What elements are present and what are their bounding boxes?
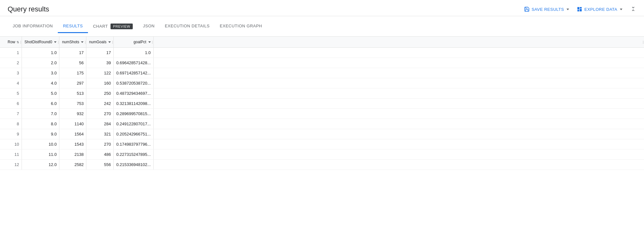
numgoals-sort-icon[interactable]	[108, 41, 111, 43]
cell-row: 10	[0, 139, 22, 149]
expand-icon	[630, 6, 636, 12]
cell-goalpct: 0.205242966751...	[114, 129, 153, 139]
cell-row: 2	[0, 58, 22, 68]
col-header-goalpct: goalPct |	[114, 37, 153, 48]
cell-empty	[153, 129, 644, 139]
cell-shotdistround0: 6.0	[22, 99, 59, 109]
cell-numshots: 56	[59, 58, 86, 68]
tab-json[interactable]: JSON	[138, 20, 160, 33]
cell-empty	[153, 58, 644, 68]
table-container: Row ⇅ | ShotDistRound0 | numShots	[0, 37, 644, 231]
cell-numshots: 2138	[59, 149, 86, 160]
tab-chart[interactable]: CHART	[93, 20, 111, 32]
tab-preview-badge[interactable]: PREVIEW	[111, 24, 133, 29]
col-resize-row[interactable]: |	[20, 37, 22, 47]
explore-data-icon	[577, 6, 582, 12]
cell-shotdistround0: 8.0	[22, 119, 59, 129]
col-resize-shot[interactable]: |	[58, 37, 59, 47]
table-row: 77.09322700.289699570815...	[0, 109, 644, 119]
shotdistround0-sort-icon[interactable]	[54, 41, 57, 43]
cell-numgoals: 160	[86, 78, 114, 88]
table-row: 66.07532420.321381142098...	[0, 99, 644, 109]
cell-empty	[153, 139, 644, 149]
cell-empty	[153, 88, 644, 99]
cell-numgoals: 556	[86, 160, 114, 170]
explore-data-label: EXPLORE DATA	[584, 7, 617, 12]
save-results-icon	[524, 6, 530, 12]
page-header: Query results SAVE RESULTS EXPLORE DATA	[0, 0, 644, 16]
table-header-row: Row ⇅ | ShotDistRound0 | numShots	[0, 37, 644, 48]
cell-row: 6	[0, 99, 22, 109]
table-row: 99.015643210.205242966751...	[0, 129, 644, 139]
tab-job-information[interactable]: JOB INFORMATION	[8, 20, 58, 33]
col-resize-numshots[interactable]: |	[85, 37, 86, 47]
cell-goalpct: 0.174983797796...	[114, 139, 153, 149]
row-sort-icon: ⇅	[17, 40, 19, 44]
col-resize-numgoals[interactable]: |	[112, 37, 113, 47]
cell-shotdistround0: 7.0	[22, 109, 59, 119]
cell-empty	[153, 119, 644, 129]
cell-shotdistround0: 10.0	[22, 139, 59, 149]
cell-row: 9	[0, 129, 22, 139]
cell-empty	[153, 149, 644, 160]
cell-goalpct: 1.0	[114, 48, 153, 58]
goalpct-sort-icon[interactable]	[148, 41, 151, 43]
table-row: 22.056390.696428571428...	[0, 58, 644, 68]
explore-data-button[interactable]: EXPLORE DATA	[577, 6, 622, 12]
cell-numshots: 17	[59, 48, 86, 58]
table-row: 1010.015432700.174983797796...	[0, 139, 644, 149]
cell-empty	[153, 160, 644, 170]
save-results-button[interactable]: SAVE RESULTS	[524, 6, 569, 12]
cell-numshots: 2582	[59, 160, 86, 170]
tab-execution-details[interactable]: EXECUTION DETAILS	[160, 20, 215, 33]
cell-shotdistround0: 5.0	[22, 88, 59, 99]
cell-shotdistround0: 12.0	[22, 160, 59, 170]
table-row: 11.017171.0	[0, 48, 644, 58]
results-table: Row ⇅ | ShotDistRound0 | numShots	[0, 37, 644, 170]
tab-bar: JOB INFORMATION RESULTS CHART PREVIEW JS…	[0, 16, 644, 37]
tab-execution-graph[interactable]: EXECUTION GRAPH	[215, 20, 267, 33]
cell-shotdistround0: 2.0	[22, 58, 59, 68]
cell-row: 4	[0, 78, 22, 88]
col-header-numgoals: numGoals |	[86, 37, 114, 48]
numshots-sort-icon[interactable]	[81, 41, 84, 43]
cell-numshots: 1543	[59, 139, 86, 149]
cell-numgoals: 270	[86, 109, 114, 119]
cell-numgoals: 486	[86, 149, 114, 160]
cell-goalpct: 0.249122807017...	[114, 119, 153, 129]
cell-numshots: 175	[59, 68, 86, 78]
cell-numshots: 753	[59, 99, 86, 109]
cell-row: 3	[0, 68, 22, 78]
cell-shotdistround0: 9.0	[22, 129, 59, 139]
col-header-numshots: numShots |	[59, 37, 86, 48]
cell-shotdistround0: 4.0	[22, 78, 59, 88]
col-resize-goalpct[interactable]: |	[152, 37, 153, 47]
cell-empty	[153, 68, 644, 78]
cell-row: 12	[0, 160, 22, 170]
cell-numgoals: 284	[86, 119, 114, 129]
cell-row: 7	[0, 109, 22, 119]
cell-row: 8	[0, 119, 22, 129]
cell-numgoals: 39	[86, 58, 114, 68]
cell-goalpct: 0.215336948102...	[114, 160, 153, 170]
table-row: 44.02971600.538720538720...	[0, 78, 644, 88]
cell-row: 11	[0, 149, 22, 160]
table-row: 55.05132500.487329434697...	[0, 88, 644, 99]
cell-goalpct: 0.321381142098...	[114, 99, 153, 109]
expand-button[interactable]	[630, 6, 636, 13]
cell-numgoals: 321	[86, 129, 114, 139]
cell-row: 5	[0, 88, 22, 99]
tab-results[interactable]: RESULTS	[58, 20, 88, 33]
col-header-shotdistround0: ShotDistRound0 |	[22, 37, 59, 48]
cell-row: 1	[0, 48, 22, 58]
cell-numshots: 1564	[59, 129, 86, 139]
cell-numgoals: 17	[86, 48, 114, 58]
cell-shotdistround0: 1.0	[22, 48, 59, 58]
cell-goalpct: 0.487329434697...	[114, 88, 153, 99]
cell-empty	[153, 48, 644, 58]
cell-numshots: 513	[59, 88, 86, 99]
table-row: 1212.025825560.215336948102...	[0, 160, 644, 170]
page-title: Query results	[8, 5, 49, 13]
col-resize-end[interactable]: |	[643, 37, 644, 47]
tab-chart-preview-group: CHART PREVIEW	[93, 16, 133, 36]
